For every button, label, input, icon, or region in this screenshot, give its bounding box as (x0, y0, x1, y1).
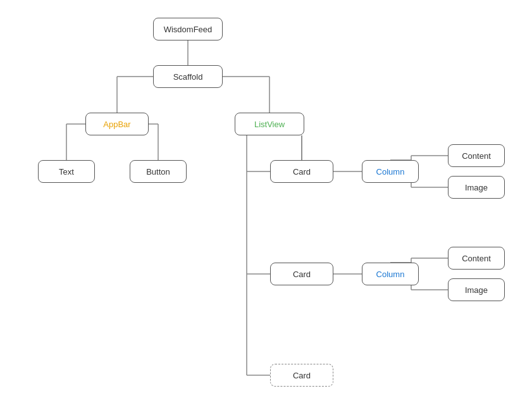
node-column1: Column (362, 160, 419, 183)
connector-lines (0, 0, 532, 410)
node-content2: Content (448, 247, 505, 270)
node-card2: Card (270, 263, 333, 285)
node-image2: Image (448, 278, 505, 301)
node-scaffold: Scaffold (153, 65, 223, 88)
node-content1: Content (448, 144, 505, 167)
node-appbar: AppBar (85, 113, 149, 135)
node-text: Text (38, 160, 95, 183)
node-wisdomfeed: WisdomFeed (153, 18, 223, 40)
node-image1: Image (448, 176, 505, 199)
node-card1: Card (270, 160, 333, 183)
node-column2: Column (362, 263, 419, 285)
node-listview: ListView (235, 113, 304, 135)
node-button: Button (130, 160, 187, 183)
node-card3: Card (270, 364, 333, 387)
diagram-container: WisdomFeed Scaffold AppBar Text Button L… (0, 0, 532, 410)
